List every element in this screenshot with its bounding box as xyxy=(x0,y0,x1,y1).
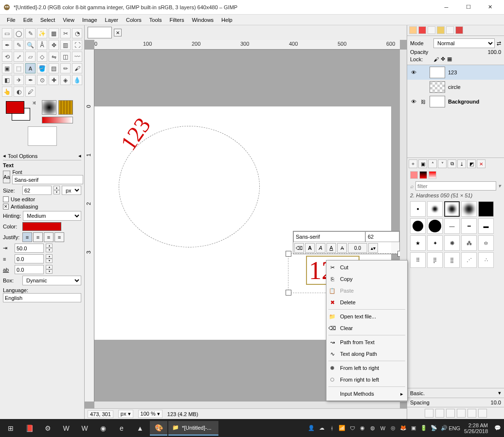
menu-colors[interactable]: Colors xyxy=(122,16,145,24)
undo-tab[interactable] xyxy=(437,26,445,34)
popup-underline[interactable]: A xyxy=(326,243,336,253)
layer-name[interactable]: Background xyxy=(448,99,479,105)
menu-view[interactable]: View xyxy=(59,16,78,24)
popup-clear-style[interactable]: ⌫ xyxy=(294,243,304,253)
brush-item[interactable]: ━ xyxy=(461,218,477,234)
menu-file[interactable]: File xyxy=(3,16,19,24)
font-icon[interactable]: Aa xyxy=(3,171,10,183)
ctx-delete[interactable]: ✖Delete xyxy=(326,297,407,308)
delete-layer-button[interactable]: ✕ xyxy=(477,159,486,168)
blend-tool[interactable]: ▤ xyxy=(49,63,59,73)
layer-row-background[interactable]: 👁 ⛓ Background xyxy=(407,94,504,109)
task-edge[interactable]: e xyxy=(113,421,130,436)
brush-item[interactable] xyxy=(410,201,426,217)
text-tool-popup[interactable]: ⌫ A A A A̶ 0.0 ▴▾ xyxy=(293,231,400,254)
rotate-tool[interactable]: ⟲ xyxy=(2,52,12,62)
fuzzy-select-tool[interactable]: ✨ xyxy=(37,28,47,38)
shear-tool[interactable]: ▱ xyxy=(25,52,36,62)
tray-app4[interactable]: ◎ xyxy=(389,424,397,433)
bucket-fill-tool[interactable]: 🪣 xyxy=(37,63,47,73)
close-tab-button[interactable]: ✕ xyxy=(114,29,122,36)
unified-transform-tool[interactable]: ▣ xyxy=(2,63,12,73)
color-select-tool[interactable]: ▦ xyxy=(49,28,59,38)
brush-item[interactable]: ፨ xyxy=(478,235,494,251)
tray-network[interactable]: 📶 xyxy=(338,424,346,433)
handle-sw[interactable] xyxy=(286,290,291,296)
patterns-tab[interactable] xyxy=(419,171,427,179)
active-gradient[interactable] xyxy=(42,117,73,123)
eye-icon[interactable]: 👁 xyxy=(410,99,417,105)
size-up[interactable]: ▴ xyxy=(54,186,60,190)
menu-select[interactable]: Select xyxy=(36,16,59,24)
flip-tool[interactable]: ⇋ xyxy=(49,52,59,62)
tray-app5[interactable]: 🦊 xyxy=(399,424,408,433)
brush-item[interactable]: ∴ xyxy=(478,252,494,268)
brushes-tab[interactable] xyxy=(410,171,418,179)
pointer-tab[interactable] xyxy=(455,26,463,34)
letter-spacing-input[interactable] xyxy=(15,265,44,274)
brush-filter-input[interactable] xyxy=(415,181,496,191)
ctx-paste[interactable]: 📋Paste xyxy=(326,285,407,297)
active-image-thumb[interactable] xyxy=(28,126,57,146)
size-input[interactable] xyxy=(22,186,52,195)
tray-wifi[interactable]: 📡 xyxy=(430,424,438,433)
minimize-button[interactable]: ─ xyxy=(435,0,457,15)
justify-left[interactable]: ≡ xyxy=(22,232,32,242)
brush-item[interactable] xyxy=(478,201,494,217)
justify-fill[interactable]: ≡ xyxy=(54,232,64,242)
histogram-tab[interactable] xyxy=(446,26,454,34)
tray-app1[interactable]: ◉ xyxy=(358,424,367,433)
brush-item[interactable] xyxy=(427,218,443,234)
maximize-button[interactable]: ☐ xyxy=(457,0,479,15)
brush-item[interactable]: ✦ xyxy=(427,235,443,251)
gradients-tab[interactable] xyxy=(429,171,436,179)
active-brush[interactable] xyxy=(42,100,56,115)
mask-button[interactable]: ◩ xyxy=(467,159,476,168)
paths-tab[interactable] xyxy=(428,26,435,34)
lock-position-icon[interactable]: ✥ xyxy=(441,56,445,62)
task-acrobat[interactable]: 📕 xyxy=(20,421,38,436)
open-brush-button[interactable] xyxy=(478,409,487,418)
warp-tool[interactable]: 〰 xyxy=(72,52,82,62)
scissors-tool[interactable]: ✂ xyxy=(60,28,71,38)
layer-name[interactable]: 123 xyxy=(448,70,457,75)
mode-select[interactable]: Normal xyxy=(433,38,495,48)
rect-select-tool[interactable]: ▭ xyxy=(2,28,12,38)
layer-name[interactable]: circle xyxy=(448,84,461,90)
brush-item[interactable] xyxy=(410,218,426,234)
task-app[interactable]: ▲ xyxy=(131,421,149,436)
popup-italic[interactable]: A xyxy=(316,243,325,253)
task-untitled[interactable]: 📁 *[Untitled]-... xyxy=(168,421,218,436)
ctx-copy[interactable]: ⎘Copy xyxy=(326,273,407,285)
brush-item[interactable]: ⡿ xyxy=(427,252,443,268)
handle-transform-tool[interactable]: ⬚ xyxy=(14,63,24,73)
free-select-tool[interactable]: ✎ xyxy=(25,28,36,38)
line-spacing-input[interactable] xyxy=(15,254,44,263)
brush-item[interactable]: ❋ xyxy=(444,235,460,251)
status-unit[interactable]: px ▾ xyxy=(118,410,133,418)
layer-group-button[interactable]: ▣ xyxy=(418,159,427,168)
vertical-ruler[interactable]: 0 1 2 3 xyxy=(85,50,94,402)
perspective-clone-tool[interactable]: ◈ xyxy=(60,75,71,85)
task-word[interactable]: W xyxy=(57,421,75,436)
brush-item[interactable]: ⋰ xyxy=(461,252,477,268)
brush-item[interactable]: ⁂ xyxy=(461,235,477,251)
ctx-cut[interactable]: ✂Cut xyxy=(326,262,407,273)
tray-lang[interactable]: ENG xyxy=(450,424,459,433)
layer-up-button[interactable]: ˄ xyxy=(428,159,437,168)
use-editor-checkbox[interactable] xyxy=(3,196,9,202)
chain-icon[interactable]: ⛓ xyxy=(420,99,427,105)
zoom-tool[interactable]: 🔍 xyxy=(25,40,36,50)
airbrush-tool[interactable]: ✈ xyxy=(14,75,24,85)
paths-tool[interactable]: ✒ xyxy=(2,40,12,50)
ctx-path-from-text[interactable]: ↝Path from Text xyxy=(326,336,407,348)
dup-brush-button[interactable] xyxy=(446,409,455,418)
tray-app6[interactable]: ▣ xyxy=(409,424,418,433)
taskbar-clock[interactable]: 2:28 AM 5/26/2018 xyxy=(460,422,492,434)
duplicate-layer-button[interactable]: ⧉ xyxy=(448,159,456,168)
paintbrush-tool[interactable]: 🖌 xyxy=(72,63,82,73)
layers-tab[interactable] xyxy=(409,26,417,34)
justify-right[interactable]: ≡ xyxy=(33,232,43,242)
document-tab[interactable] xyxy=(88,27,112,38)
pencil-tool[interactable]: ✏ xyxy=(60,63,71,73)
